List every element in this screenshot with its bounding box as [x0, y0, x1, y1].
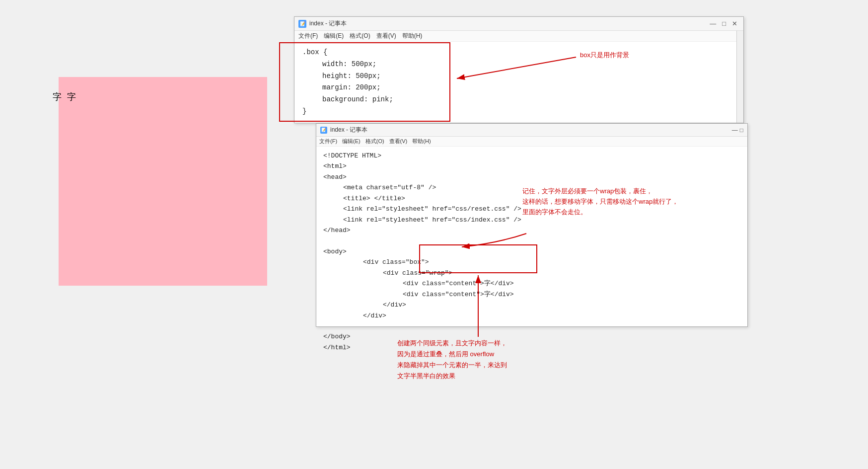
close-button-1[interactable]: ✕	[730, 20, 739, 27]
minimize-button-1[interactable]: —	[708, 20, 718, 27]
code-line: height: 500px;	[302, 71, 735, 82]
notepad-title-2: index - 记事本	[330, 126, 367, 134]
code-line: <div class="content">字</div>	[323, 278, 740, 289]
maximize-button-2[interactable]: □	[740, 127, 743, 134]
pink-background-box	[59, 77, 267, 286]
window-controls-1[interactable]: — □ ✕	[708, 20, 739, 27]
menu-file-2[interactable]: 文件(F)	[319, 138, 337, 145]
code-content-1: .box { width: 500px; height: 500px; marg…	[294, 42, 743, 123]
code-line: margin: 200px;	[302, 82, 735, 94]
code-line: <body>	[323, 246, 740, 257]
title-left-1: 📝 index - 记事本	[298, 19, 347, 28]
window-controls-2[interactable]: — □	[732, 127, 743, 134]
notepad-window-1: 📝 index - 记事本 — □ ✕ 文件(F) 编辑(E) 格式(O) 查看…	[294, 16, 744, 123]
menu-edit-2[interactable]: 编辑(E)	[342, 138, 361, 145]
menu-help-2[interactable]: 帮助(H)	[412, 138, 431, 145]
code-line: <div class="wrap">	[323, 268, 740, 278]
menu-format-1[interactable]: 格式(O)	[350, 32, 370, 40]
character-label: 字字	[50, 84, 78, 85]
code-line: .box {	[302, 47, 735, 59]
annotation-box-background: box只是用作背景	[580, 51, 629, 60]
code-line: <div class="box">	[323, 257, 740, 267]
notepad-icon-1: 📝	[298, 20, 306, 28]
code-line: <!DOCTYPE HTML>	[323, 151, 740, 161]
code-line: </div>	[323, 300, 740, 310]
titlebar-2: 📝 index - 记事本 — □	[316, 124, 747, 137]
menu-file-1[interactable]: 文件(F)	[298, 32, 318, 40]
code-line: </div>	[323, 311, 740, 321]
notepad-icon-2: 📝	[320, 127, 327, 134]
menu-help-1[interactable]: 帮助(H)	[402, 32, 423, 40]
code-line: }	[302, 106, 735, 118]
code-line: width: 500px;	[302, 59, 735, 71]
maximize-button-1[interactable]: □	[720, 20, 728, 27]
scrollbar-1[interactable]	[736, 31, 743, 123]
annotation-wrap-text: 记住，文字外层必须要一个wrap包装，裹住， 这样的话，想要移动字体，只需移动这…	[522, 186, 678, 217]
menubar-1: 文件(F) 编辑(E) 格式(O) 查看(V) 帮助(H)	[294, 31, 743, 42]
code-line: background: pink;	[302, 94, 735, 106]
menubar-2: 文件(F) 编辑(E) 格式(O) 查看(V) 帮助(H)	[316, 137, 747, 147]
code-line	[323, 236, 740, 246]
title-left-2: 📝 index - 记事本	[320, 126, 367, 134]
code-line	[323, 321, 740, 331]
code-line: </body>	[323, 331, 740, 342]
code-line: <head>	[323, 172, 740, 182]
notepad-window-2: 📝 index - 记事本 — □ 文件(F) 编辑(E) 格式(O) 查看(V…	[316, 123, 748, 327]
titlebar-1: 📝 index - 记事本 — □ ✕	[294, 17, 743, 31]
code-content-2: <!DOCTYPE HTML> <html> <head> <meta char…	[316, 147, 747, 357]
menu-view-2[interactable]: 查看(V)	[389, 138, 408, 145]
code-line: </html>	[323, 342, 740, 353]
minimize-button-2[interactable]: —	[732, 127, 738, 134]
annotation-bottom-text: 创建两个同级元素，且文字内容一样， 因为是通过重叠，然后用 overflow 来…	[397, 338, 507, 382]
menu-format-2[interactable]: 格式(O)	[365, 138, 384, 145]
code-line: <html>	[323, 161, 740, 171]
notepad-title-1: index - 记事本	[309, 19, 347, 28]
menu-edit-1[interactable]: 编辑(E)	[324, 32, 344, 40]
menu-view-1[interactable]: 查看(V)	[376, 32, 396, 40]
code-line: <div class="content">字</div>	[323, 289, 740, 300]
code-line: </head>	[323, 225, 740, 235]
